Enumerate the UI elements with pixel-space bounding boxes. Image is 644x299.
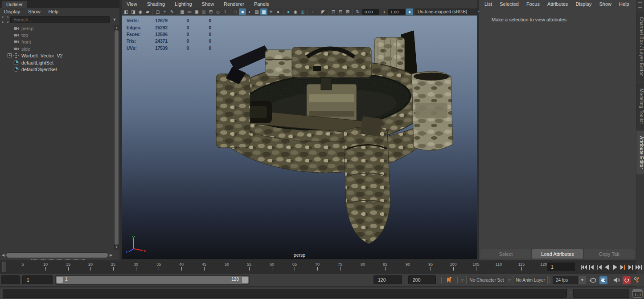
outliner-menu-show[interactable]: Show [28, 9, 41, 14]
search-dropdown-caret-icon[interactable]: ▼ [111, 17, 118, 22]
range-start-handle[interactable] [57, 277, 63, 283]
exposure-icon[interactable]: ↻ [354, 8, 361, 15]
side-tab-modeling-toolkit[interactable]: Modeling Toolkit [636, 83, 644, 129]
bookmark-add-icon[interactable] [446, 276, 453, 283]
select-button[interactable]: Select [480, 249, 531, 259]
copy-tab-button[interactable]: Copy Tab [584, 249, 635, 259]
attribute-menu-selected[interactable]: Selected [500, 1, 519, 7]
smooth-shaded-icon[interactable]: ■ [239, 8, 246, 15]
tab-outliner[interactable]: Outliner [2, 1, 27, 8]
exposure-field[interactable]: 0.00 [362, 9, 379, 15]
safe-title-icon[interactable]: T [222, 8, 229, 15]
outliner-item-side[interactable]: side [0, 45, 114, 52]
multisample-aa-icon[interactable]: ◎ [299, 8, 306, 15]
view-transform-dropdown[interactable]: Un-tone-mapped (sRGB)▼ [415, 8, 484, 15]
viewport-menu-shading[interactable]: Shading [147, 1, 165, 7]
camera-attributes-icon[interactable]: ◉ [137, 8, 144, 15]
isolate-select-icon[interactable]: ◤ [320, 8, 327, 15]
warbelt-model[interactable] [122, 16, 477, 260]
lock-camera-icon[interactable]: ◨ [130, 8, 137, 15]
scroll-left-icon[interactable]: ◀ [1, 252, 5, 258]
tone-map-icon[interactable]: ● [406, 8, 413, 15]
range-slider-bar[interactable] [56, 276, 249, 284]
timeline-playhead[interactable] [2, 262, 6, 272]
current-frame-field[interactable]: 1 [547, 263, 575, 271]
script-editor-icon[interactable]: {:} [632, 289, 643, 298]
side-tab-channel-box-layer-editor[interactable]: Channel Box / Layer Editor [636, 12, 644, 81]
go-to-start-button[interactable] [580, 263, 587, 271]
attribute-menu-show[interactable]: Show [599, 1, 611, 7]
attribute-menu-display[interactable]: Display [575, 1, 591, 7]
image-plane-icon[interactable]: ▢ [154, 8, 161, 15]
textured-icon[interactable]: ◐ [246, 8, 253, 15]
field-chart-icon[interactable]: ⊞ [207, 8, 214, 15]
panel-resize-grip[interactable] [31, 259, 85, 260]
snapshot-icon[interactable]: ⊠ [344, 8, 351, 15]
animation-start-field[interactable] [1, 275, 20, 284]
resolution-gate-icon[interactable]: ▣ [193, 8, 200, 15]
viewport-canvas[interactable]: Verts:1287900Edges:2529200Faces:1250600T… [122, 16, 477, 259]
use-default-material-icon[interactable]: ▩ [260, 8, 267, 15]
attribute-menu-help[interactable]: Help [619, 1, 629, 7]
step-forward-key-button[interactable] [619, 263, 627, 271]
expand-icon[interactable]: + [8, 53, 12, 57]
gamma-icon[interactable]: ◑ [380, 8, 387, 15]
character-set-selector[interactable]: No Character Set [466, 276, 507, 284]
step-back-key-button[interactable] [595, 263, 603, 271]
character-set-caret-icon[interactable]: ▽ [461, 278, 464, 282]
audio-icon[interactable] [612, 276, 620, 284]
playback-loop-icon[interactable] [589, 276, 597, 284]
safe-action-icon[interactable]: ◇ [214, 8, 222, 15]
play-forwards-button[interactable] [611, 263, 619, 271]
wireframe-on-shaded-icon[interactable]: ▨ [253, 8, 260, 15]
lighting-icon[interactable]: ☀ [267, 8, 275, 15]
wireframe-icon[interactable]: □ [232, 8, 239, 15]
film-gate-icon[interactable]: ▭ [186, 8, 193, 15]
fps-selector[interactable]: 24 fps [553, 276, 578, 284]
viewport-menu-panels[interactable]: Panels [254, 1, 269, 7]
outliner-item-persp[interactable]: persp [0, 25, 114, 32]
outliner-menu-display[interactable]: Display [4, 9, 20, 14]
range-slider[interactable]: 1 120 [55, 275, 250, 285]
pan-zoom-2d-icon[interactable]: + [161, 8, 168, 15]
ssao-icon[interactable]: ● [285, 8, 292, 15]
playblast-icon[interactable] [599, 276, 607, 284]
viewport-menu-show[interactable]: Show [202, 1, 214, 7]
scroll-right-icon[interactable]: ▶ [109, 252, 113, 258]
step-forward-frame-button[interactable] [627, 263, 635, 271]
shadows-icon[interactable]: ● [275, 8, 282, 15]
outliner-item-defaultlightset[interactable]: defaultLightSet [0, 59, 114, 66]
auto-key-icon[interactable] [623, 276, 631, 284]
playback-end-field[interactable]: 120 [373, 275, 402, 284]
command-line-input[interactable] [3, 289, 567, 298]
vscroll-thumb[interactable] [115, 30, 119, 245]
outliner-item-warbelt_vector_v2[interactable]: +Warbelt_Vector_V2 [0, 53, 114, 59]
duplicate-panel-icon[interactable]: ⊡ [330, 8, 337, 15]
time-slider[interactable]: 5101520253035404550556065707580859095100… [0, 262, 545, 272]
outliner-item-defaultobjectset[interactable]: defaultObjectSet [0, 66, 114, 73]
grease-pencil-icon[interactable]: ✎ [168, 8, 176, 15]
side-tab-attribute-editor[interactable]: Attribute Editor [636, 131, 644, 174]
select-camera-icon[interactable]: ◧ [123, 8, 130, 15]
step-back-frame-button[interactable] [588, 263, 595, 271]
viewport-menu-view[interactable]: View [127, 1, 137, 7]
hscroll-thumb[interactable] [6, 253, 108, 258]
attribute-menu-focus[interactable]: Focus [526, 1, 540, 7]
scroll-down-icon[interactable]: ▼ [114, 245, 119, 250]
outliner-hscrollbar[interactable]: ◀ ▶ [1, 252, 113, 259]
outliner-item-top[interactable]: top [0, 32, 114, 38]
playback-start-field[interactable]: 1 [22, 275, 53, 284]
grid-icon[interactable]: ▦ [179, 8, 186, 15]
xray-icon[interactable]: ▪ [309, 8, 316, 15]
load-attributes-button[interactable]: Load Attributes [532, 249, 583, 259]
bookmark-icon[interactable]: ▰ [144, 8, 151, 15]
outliner-item-front[interactable]: front [0, 39, 114, 45]
anim-layer-caret-icon[interactable]: ▽ [508, 278, 511, 282]
attribute-menu-attributes[interactable]: Attributes [547, 1, 568, 7]
attribute-menu-list[interactable]: List [484, 1, 492, 7]
fps-caret-icon[interactable]: ▼ [578, 276, 586, 284]
search-input[interactable] [10, 16, 110, 23]
go-to-end-button[interactable] [635, 263, 643, 271]
gamma-field[interactable]: 1.00 [388, 9, 405, 15]
range-end-handle[interactable] [242, 277, 248, 283]
